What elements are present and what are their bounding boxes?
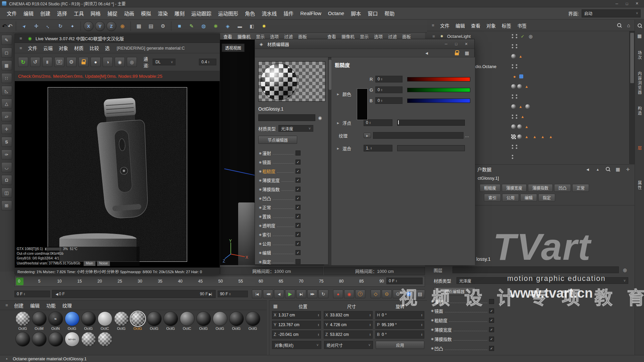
menu-item[interactable]: 雕刻 <box>171 8 188 18</box>
menu-item[interactable]: 渲染 <box>154 8 171 18</box>
interface-dropdown[interactable]: 启动 <box>582 9 641 17</box>
timeline-tick[interactable]: 30 <box>138 279 142 284</box>
stepper-icon[interactable] <box>421 333 423 336</box>
channel-row[interactable]: 粗糙度 <box>430 315 494 325</box>
channel-checkbox[interactable] <box>489 308 494 313</box>
channel-row[interactable]: 指定 <box>258 257 301 266</box>
channel-tab[interactable]: 薄膜指数 <box>528 184 553 192</box>
menu-item[interactable]: 工具 <box>70 8 87 18</box>
range-end-field[interactable]: 90 F <box>218 291 248 297</box>
channel-tab[interactable]: 薄膜宽度 <box>502 184 527 192</box>
material-thumbnail[interactable]: OctM <box>31 311 47 331</box>
material-browser-menu-item[interactable]: 功能 <box>43 301 59 310</box>
search-icon[interactable] <box>616 22 623 29</box>
size-mode-dropdown[interactable]: 绝对尺寸 <box>324 341 373 349</box>
object-manager-menu-item[interactable]: 查看 <box>468 21 483 30</box>
channel-row[interactable]: 镜面 <box>258 158 301 167</box>
timeline-tick[interactable]: 25 <box>117 279 122 284</box>
channel-row[interactable]: 薄膜宽度 <box>430 325 494 334</box>
channel-row[interactable]: 公用 <box>258 239 301 248</box>
up-icon[interactable] <box>594 166 601 173</box>
menu-item[interactable]: 编辑 <box>20 8 37 18</box>
axis-lock-button[interactable]: X <box>84 21 94 31</box>
timeline-tick[interactable]: 75 <box>319 279 324 284</box>
channel-checkbox[interactable] <box>296 196 301 201</box>
channel-checkbox[interactable] <box>296 169 301 174</box>
texture-field[interactable] <box>373 132 464 139</box>
grid-icon[interactable] <box>636 33 643 39</box>
material-browser-menu-item[interactable]: 纹理 <box>59 301 75 310</box>
expander-icon[interactable] <box>335 145 341 152</box>
undo-icon[interactable] <box>2 20 13 32</box>
window-control-button[interactable]: ─ <box>441 41 451 47</box>
axis-lock-button[interactable]: Y <box>95 21 105 31</box>
channel-checkbox[interactable] <box>489 327 494 332</box>
stepper-icon[interactable] <box>369 314 371 316</box>
menu-item[interactable]: 流水线 <box>258 8 280 18</box>
material-thumbnail[interactable]: OctG <box>163 311 178 331</box>
stepper-icon[interactable] <box>381 78 382 80</box>
timeline-tick[interactable]: 10 <box>57 279 62 284</box>
expander-icon[interactable] <box>335 90 341 97</box>
channel-tab[interactable]: 正常 <box>572 184 589 192</box>
coordinate-field[interactable]: Y123.767 cm <box>272 321 321 329</box>
channel-row[interactable]: 薄膜指数 <box>258 185 301 194</box>
stepper-icon[interactable] <box>23 293 25 295</box>
coordinate-field[interactable]: B0 ° <box>375 330 424 339</box>
render-output-area[interactable]: GTX 1080[T](6:1)3%51°C Out-of-core used/… <box>15 81 220 267</box>
material-thumbnail[interactable]: OctC <box>179 311 195 331</box>
timeline-range-slider[interactable]: 0 F 90 F <box>52 290 216 298</box>
channel-row[interactable]: 漫射 <box>258 148 301 158</box>
coordinate-field[interactable]: X1.317 cm <box>272 311 321 319</box>
plus-icon[interactable] <box>625 166 631 173</box>
viewport-menu-item[interactable]: 查看 <box>223 33 232 40</box>
material-thumbnail[interactable]: OctG <box>80 311 96 331</box>
window-control-button[interactable]: □ <box>451 41 461 47</box>
menu-item[interactable]: 窗口 <box>364 8 381 18</box>
channel-tab[interactable]: 粗糙度 <box>480 184 500 192</box>
object-name[interactable]: dio.Octane <box>475 64 496 69</box>
channel-checkbox[interactable] <box>296 205 301 210</box>
live-viewer-menu-item[interactable]: 对象 <box>56 44 71 52</box>
channel-checkbox[interactable] <box>296 223 301 228</box>
material-thumbnail[interactable]: N OctN <box>48 311 63 331</box>
viewport-menu-item[interactable]: 摄像机 <box>341 33 355 40</box>
channel-row[interactable]: 薄膜指数 <box>430 334 494 344</box>
channel-row[interactable]: 凹凸 <box>430 344 494 353</box>
channel-checkbox[interactable] <box>489 346 494 351</box>
live-viewer-menu-item[interactable]: 材质 <box>71 44 87 52</box>
menu-item[interactable]: 选择 <box>54 8 70 18</box>
material-thumbnail[interactable] <box>97 332 113 352</box>
material-thumbnail[interactable]: let+dn <box>64 332 80 352</box>
channel-checkbox[interactable] <box>296 241 301 246</box>
expander-icon[interactable] <box>335 119 341 126</box>
lock-icon[interactable] <box>453 50 460 56</box>
timeline-tick[interactable]: 20 <box>97 279 102 284</box>
window-control-button[interactable]: ✕ <box>461 41 471 47</box>
material-thumbnail[interactable]: OctG <box>113 311 129 331</box>
coordinate-field[interactable]: Y4.726 cm <box>324 321 373 329</box>
sample-value-field[interactable]: 0.4 <box>199 59 216 65</box>
mix-slider[interactable] <box>397 145 465 151</box>
timeline-tick[interactable]: 5 <box>37 279 42 284</box>
menu-item[interactable]: 帮助 <box>381 8 398 18</box>
range-start-field[interactable]: 0 F <box>14 291 50 297</box>
menu-item[interactable]: 动画 <box>121 8 138 18</box>
object-name[interactable]: OctaneLight <box>447 34 471 39</box>
search-icon[interactable] <box>604 166 611 173</box>
material-browser-menu-item[interactable]: 创建 <box>11 301 27 310</box>
dock-tab[interactable]: 构造 <box>637 106 642 116</box>
stepper-icon[interactable] <box>370 147 372 149</box>
texture-expand-button[interactable] <box>364 133 371 138</box>
channel-checkbox[interactable] <box>296 232 301 237</box>
live-viewer-menu-item[interactable]: 文件 <box>25 44 40 52</box>
channel-tab[interactable]: 凹凸 <box>554 184 571 192</box>
channel-row[interactable]: 置换 <box>258 212 301 221</box>
menu-item[interactable]: 捕捉 <box>104 8 121 18</box>
coordinate-mode-dropdown[interactable]: 对象(相对) <box>272 341 321 349</box>
gradient-slider[interactable] <box>407 88 470 92</box>
channel-tab[interactable]: 指定 <box>538 194 555 201</box>
material-thumbnail[interactable]: OctG <box>228 311 244 331</box>
timeline-tick[interactable]: 85 <box>359 279 364 284</box>
material-thumbnail[interactable]: OctG <box>146 311 162 331</box>
